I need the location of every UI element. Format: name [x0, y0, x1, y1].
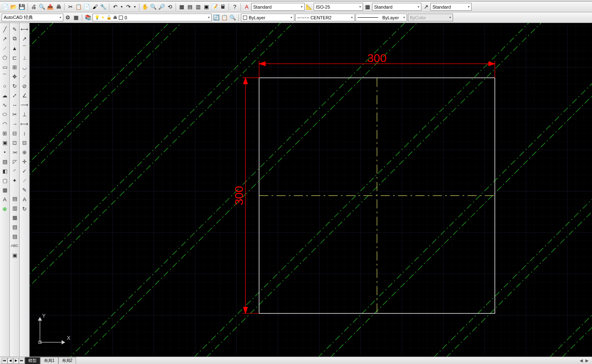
jogged-linear-icon[interactable]: ⟋ — [21, 176, 29, 185]
multileader-style-dropdown[interactable]: Standard ▾ — [430, 3, 472, 11]
text-style-dropdown[interactable]: Standard ▾ — [251, 3, 305, 11]
inspect-icon[interactable]: ✓ — [21, 166, 29, 175]
print-icon[interactable]: 🖨 — [30, 3, 37, 11]
scale-icon[interactable]: ⤢ — [11, 91, 19, 100]
dim-radius-icon[interactable]: ◡ — [21, 62, 29, 71]
extend-icon[interactable]: → — [11, 119, 19, 128]
mirror-icon[interactable]: ▲ — [11, 44, 19, 53]
stretch-icon[interactable]: ↔ — [11, 100, 19, 109]
tab-last-icon[interactable]: ⏭ — [19, 358, 25, 364]
drawing-canvas[interactable]: 300 300 X Y — [30, 23, 592, 357]
layer-manager-icon[interactable]: 📚 — [84, 14, 92, 21]
plot-icon[interactable]: 🖶 — [55, 3, 62, 11]
dim-angular-icon[interactable]: ∠ — [21, 91, 29, 100]
open-icon[interactable]: 📂 — [10, 3, 17, 11]
markup-icon[interactable]: 📝 — [211, 3, 218, 11]
explode-icon[interactable]: ✦ — [11, 176, 19, 185]
tolerance-icon[interactable]: ⊕ — [21, 147, 29, 157]
properties-icon[interactable]: ▦ — [178, 3, 185, 11]
draworder3-icon[interactable]: ▦ — [11, 213, 19, 222]
zoom-previous-icon[interactable]: ⟲ — [166, 3, 173, 11]
draworder5-icon[interactable]: ▨ — [11, 232, 19, 241]
rotate-icon[interactable]: ↻ — [11, 81, 19, 90]
multileader-style-icon[interactable]: ↗ — [422, 3, 430, 11]
text-style-icon[interactable]: A — [243, 3, 250, 11]
polyline-icon[interactable]: ⟋ — [1, 44, 9, 53]
workspace-save-icon[interactable]: ▦ — [72, 14, 80, 21]
fillet-icon[interactable]: ◜ — [11, 166, 19, 175]
add-selected-icon[interactable]: ⊕ — [1, 204, 9, 213]
plotstyle-dropdown[interactable]: ByColor ▾ — [408, 14, 453, 21]
lineweight-dropdown[interactable]: ByLayer ▾ — [356, 14, 407, 21]
mtext-icon[interactable]: A — [1, 195, 9, 204]
help-icon[interactable]: ? — [231, 3, 238, 11]
revcloud-icon[interactable]: ☁ — [1, 91, 9, 100]
redo-drop-icon[interactable]: ▾ — [133, 3, 137, 11]
polygon-icon[interactable]: ⬠ — [1, 53, 9, 62]
hatch-icon[interactable]: ▨ — [1, 157, 9, 166]
layer-previous-icon[interactable]: 🔄 — [213, 14, 220, 21]
arc-icon[interactable]: ⌒ — [1, 72, 9, 81]
table-style-dropdown[interactable]: Standard ▾ — [372, 3, 421, 11]
draworder6-icon[interactable]: ▣ — [11, 251, 19, 260]
table-style-icon[interactable]: ▦ — [364, 3, 371, 11]
dim-baseline-icon[interactable]: ⊥ — [21, 110, 29, 119]
table-icon[interactable]: ▦ — [1, 185, 9, 194]
new-icon[interactable]: 📄 — [2, 3, 9, 11]
ellipse-arc-icon[interactable]: ◠ — [1, 119, 9, 128]
paste-icon[interactable]: 📄 — [83, 3, 90, 11]
zoom-window-icon[interactable]: 🔎 — [158, 3, 165, 11]
dim-quick-icon[interactable]: ⟶ — [21, 100, 29, 109]
quickcalc-icon[interactable]: 🖩 — [219, 3, 227, 11]
draworder-icon[interactable]: ▤ — [11, 194, 19, 203]
region-icon[interactable]: ▢ — [1, 176, 9, 185]
offset-icon[interactable]: ⊏ — [11, 53, 19, 62]
circle-icon[interactable]: ○ — [1, 81, 9, 90]
dim-continue-icon[interactable]: ⟼ — [21, 119, 29, 128]
dim-style-dropdown[interactable]: ISO-25 ▾ — [314, 3, 363, 11]
dim-space-icon[interactable]: ↕ — [21, 129, 29, 138]
print-preview-icon[interactable]: 🔍 — [38, 3, 46, 11]
break-icon[interactable]: ⊡ — [11, 138, 19, 147]
copy-icon[interactable]: 📋 — [75, 3, 82, 11]
publish-icon[interactable]: 📤 — [46, 3, 54, 11]
draworder2-icon[interactable]: ▥ — [11, 203, 19, 212]
dim-aligned-icon[interactable]: ↗ — [21, 34, 29, 43]
layer-state-icon[interactable]: 📋 — [221, 14, 228, 21]
scroll-left-icon[interactable]: ◀ — [580, 358, 583, 363]
find-text-icon[interactable]: ABC — [11, 241, 19, 250]
dim-update-icon[interactable]: ↻ — [21, 204, 29, 213]
tool-palette-icon[interactable]: ▥ — [194, 3, 202, 11]
zoom-realtime-icon[interactable]: 🔍 — [150, 3, 157, 11]
tab-model[interactable]: 模型 — [25, 357, 40, 364]
pan-icon[interactable]: ✋ — [141, 3, 149, 11]
tab-first-icon[interactable]: ⏮ — [2, 358, 7, 364]
dim-text-edit-icon[interactable]: A — [21, 195, 29, 204]
chamfer-icon[interactable]: ◸ — [11, 157, 19, 166]
line-icon[interactable]: ╱ — [1, 25, 9, 34]
undo-drop-icon[interactable]: ▾ — [120, 3, 124, 11]
linetype-dropdown[interactable]: —·—·— CENTER2 ▾ — [295, 14, 355, 21]
ellipse-icon[interactable]: ⬭ — [1, 110, 9, 119]
dim-ordinate-icon[interactable]: ⟂ — [21, 53, 29, 62]
scroll-right-icon[interactable]: ▶ — [585, 358, 589, 363]
cut-icon[interactable]: ✂ — [67, 3, 74, 11]
break-at-point-icon[interactable]: ⊟ — [11, 129, 19, 138]
gradient-icon[interactable]: ◧ — [1, 166, 9, 175]
array-icon[interactable]: ⊞ — [11, 62, 19, 71]
erase-icon[interactable]: ✎ — [11, 25, 19, 34]
workspace-settings-icon[interactable]: ⚙ — [64, 14, 72, 21]
point-icon[interactable]: • — [1, 147, 9, 157]
tab-layout1[interactable]: 布局1 — [40, 357, 58, 364]
dim-linear-icon[interactable]: ⟷ — [21, 25, 29, 34]
tab-prev-icon[interactable]: ◀ — [7, 358, 13, 364]
block-editor-icon[interactable]: 🔧 — [99, 3, 107, 11]
move-icon[interactable]: ✥ — [11, 72, 19, 81]
center-mark-icon[interactable]: ✛ — [21, 157, 29, 166]
spline-icon[interactable]: ∿ — [1, 100, 9, 109]
trim-icon[interactable]: ✂ — [11, 110, 19, 119]
copy-obj-icon[interactable]: ⧉ — [11, 34, 19, 43]
workspace-dropdown[interactable]: AutoCAD 经典 ▾ — [2, 14, 63, 21]
layer-filter-icon[interactable]: 🔍 — [229, 14, 236, 21]
dim-break-icon[interactable]: ⊟ — [21, 138, 29, 147]
